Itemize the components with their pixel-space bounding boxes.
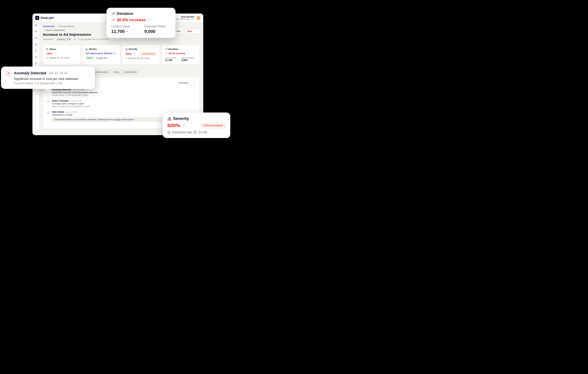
active-pill: Active (85, 56, 94, 60)
overlay-severity: Severity 600% i Critical Impact Detected… (163, 112, 230, 138)
user-block[interactable]: Kate Bozhko ka.bozhko@datalight.com (173, 16, 200, 20)
ov-dev-current-val: 11,700 (111, 29, 125, 34)
card-severity: Severity 600% i Critical Impact Detected… (122, 45, 160, 64)
severity-label: Severity (129, 48, 137, 50)
info-icon[interactable]: i (186, 52, 189, 55)
tl-sub: Current value: 11,700 (Expected: 9,000) (52, 94, 196, 96)
note-icon (46, 111, 50, 114)
user-email: ka.bozhko@datalight.com (173, 18, 194, 20)
tl-sub: Status changed from investigating to ope… (52, 105, 196, 108)
monitor-source: Google Ads (96, 57, 107, 59)
ov-anom-line2: Current value: 2.5 (Expected: 1.8) (14, 81, 90, 85)
back-to-dashboard[interactable]: Back to Dashboard (43, 29, 108, 31)
tl-title: Status Changed (52, 100, 69, 102)
sidebar-item-bulb[interactable] (34, 49, 38, 52)
card-status: Status Open i Updated Jan 25, 22:00 (43, 45, 80, 64)
tl-time: Jan 25, 22:02 (70, 100, 82, 102)
crumb-dashboard[interactable]: Dashboard (43, 25, 54, 28)
ov-dev-expected-val: 9,000 (144, 29, 171, 34)
ov-dev-increase: 30.0% increase (117, 18, 146, 22)
impact-pill: Critical Impact (140, 52, 157, 55)
sidebar-item-broadcast[interactable] (34, 36, 38, 40)
ov-sev-value: 600% (167, 123, 180, 128)
ov-dev-current-lbl: Current Value (111, 25, 138, 28)
user-name: Kate Bozhko (173, 16, 194, 18)
anomaly-id-label: Anomaly ID: (43, 38, 54, 40)
events-filter[interactable]: All Events (177, 81, 196, 85)
info-icon[interactable]: i (147, 18, 150, 21)
status-updated: Updated Jan 25, 22:00 (46, 57, 77, 59)
severity-detected: Detected Jan 25, 22:00 (125, 57, 157, 60)
tl-line: Significant increase in ad impressions d… (52, 91, 196, 94)
severity-value: 600% (125, 52, 132, 55)
info-icon[interactable]: i (182, 124, 186, 127)
last-updated: Last updated Jan 25, 10:00 PM (78, 38, 108, 40)
monitor-label: Monitor (89, 48, 97, 50)
tab-notifications[interactable]: Notifications (122, 70, 139, 74)
sidebar-item-share[interactable] (34, 30, 38, 33)
info-icon[interactable]: i (133, 52, 135, 55)
copy-icon[interactable] (74, 38, 76, 40)
status-label: Status (49, 48, 56, 50)
expected-value: 9,000 (182, 59, 197, 61)
timeline-item: Status Changed Jan 25, 22:02 Anomaly sta… (46, 100, 196, 111)
anomaly-id: anomaly_230 (56, 38, 72, 41)
ov-sev-head: Severity (173, 116, 189, 121)
crumb-current: Anomaly Details (59, 25, 74, 28)
card-deviation: Deviation 30.0% increase i Current Value… (162, 45, 200, 64)
brand-logo-icon (35, 16, 39, 20)
brand-name: DataLight (41, 16, 54, 20)
ov-dev-head: Deviation (117, 11, 133, 16)
sidebar-item-chart[interactable] (34, 23, 38, 27)
sidebar-item-gear[interactable] (34, 62, 38, 65)
ov-dev-expected-lbl: Expected Value (144, 25, 171, 28)
ov-sev-impact: Critical Impact (201, 123, 226, 128)
svg-point-14 (47, 101, 49, 102)
alert-triangle-icon (6, 70, 11, 76)
info-icon[interactable]: i (55, 52, 57, 55)
ov-sev-detected: Detected Jan 25, 22:00 (172, 131, 207, 134)
tl-title: Note Added (52, 111, 64, 113)
chevron-right-icon: › (56, 25, 57, 28)
monitor-link[interactable]: Ad Impressions Monitor (85, 52, 117, 55)
anomaly-meta: Anomaly ID: anomaly_230 Last updated Jan… (43, 38, 108, 41)
ov-anom-time: Jan 24, 16:30 (49, 71, 67, 75)
svg-point-8 (35, 63, 36, 64)
overlay-deviation: Deviation 30.0% increase i Current Value… (106, 8, 176, 38)
sidebar-item-tree[interactable] (34, 42, 38, 46)
deviation-label: Deviation (168, 48, 178, 50)
current-value: 11,700 (165, 59, 172, 61)
open-status-button[interactable]: Open (184, 29, 200, 34)
status-pill: Open (46, 52, 53, 55)
card-monitor: Monitor Ad Impressions Monitor Active Go… (83, 45, 120, 64)
svg-point-15 (48, 101, 48, 102)
tl-time: Jan 25, 22:00 (73, 89, 84, 91)
deviation-increase: 30.0% increase (168, 52, 185, 55)
svg-point-3 (36, 38, 36, 38)
svg-point-7 (35, 56, 36, 57)
avatar[interactable] (196, 16, 200, 20)
tab-notes[interactable]: Notes (111, 70, 122, 74)
timeline-item: Anomaly Detected Jan 25, 22:00 Significa… (46, 88, 196, 100)
svg-rect-9 (74, 39, 75, 40)
alert-triangle-icon (46, 88, 50, 92)
tl-time: Jan 25, 22:05 (66, 111, 77, 113)
status-change-icon (46, 100, 50, 103)
brand[interactable]: DataLight (35, 16, 54, 20)
current-value-label: Current Value (165, 57, 180, 59)
sidebar-item-users[interactable] (34, 55, 38, 59)
overlay-anomaly: Anomaly Detected Jan 24, 16:30 Significa… (1, 67, 95, 89)
ov-anom-title: Anomaly Detected (14, 71, 46, 75)
tl-line: Anomaly status changed to open (52, 102, 196, 105)
expected-value-label: Expected Value (182, 57, 197, 59)
page-title: Increase in Ad Impressions (43, 32, 108, 37)
ov-anom-line1: Significant increase in cost per click d… (14, 77, 90, 81)
